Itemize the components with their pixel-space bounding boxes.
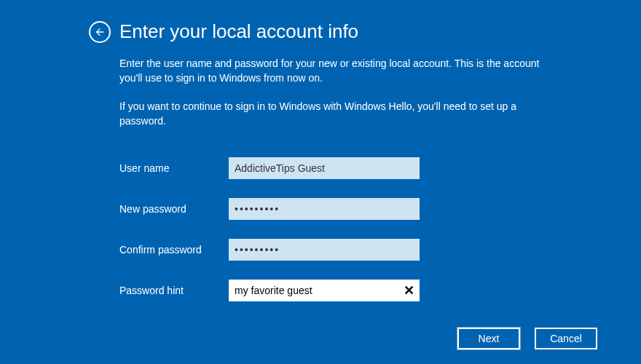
username-label: User name [119, 162, 229, 174]
back-arrow-icon [94, 26, 106, 38]
local-account-form: User name New password Confirm password … [119, 157, 641, 301]
close-icon: ✕ [404, 282, 414, 298]
confirm-password-label: Confirm password [119, 244, 229, 256]
new-password-input[interactable] [229, 198, 420, 220]
password-hint-input[interactable] [229, 280, 420, 301]
intro-paragraph-1: Enter the user name and password for you… [119, 56, 564, 86]
new-password-label: New password [119, 203, 229, 215]
confirm-password-input[interactable] [229, 239, 420, 261]
page-title: Enter your local account info [119, 20, 358, 43]
password-hint-label: Password hint [119, 285, 229, 296]
cancel-button[interactable]: Cancel [535, 328, 597, 349]
intro-paragraph-2: If you want to continue to sign in to Wi… [119, 99, 564, 129]
back-button[interactable] [89, 21, 111, 43]
next-button[interactable]: Next [457, 328, 520, 349]
username-input[interactable] [229, 157, 420, 179]
clear-hint-button[interactable]: ✕ [401, 282, 417, 298]
